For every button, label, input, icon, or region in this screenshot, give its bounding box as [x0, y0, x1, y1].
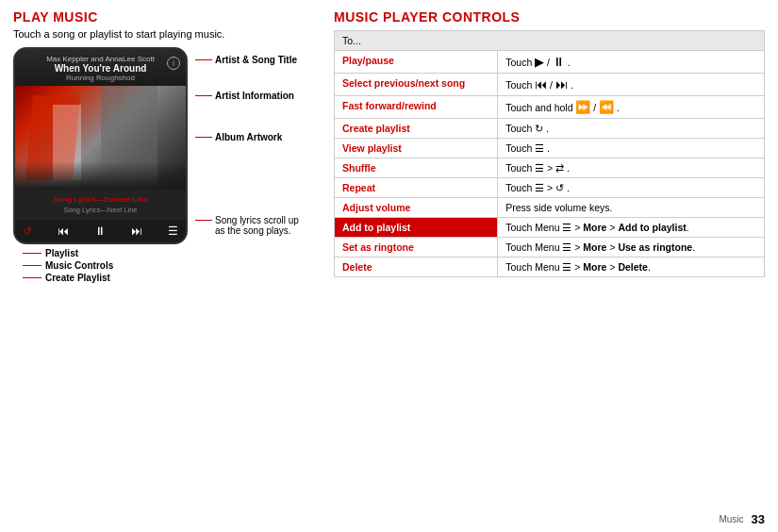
action-cell-playpause: Play/pause [335, 51, 498, 74]
connector-line-4 [195, 220, 212, 221]
connector-line-3 [195, 137, 212, 138]
annotation-lyrics-label: Song lyrics scroll upas the song plays. [215, 215, 299, 236]
album-art [15, 86, 186, 190]
song-info-bar: Max Keppler and AnnaLee Scott When You'r… [15, 49, 186, 86]
table-header-cell: To... [335, 31, 765, 51]
instruction-cell-viewpl: Touch ☰ . [498, 139, 765, 158]
instruction-cell-createpl: Touch ↻ . [498, 119, 765, 139]
table-row: Repeat Touch ☰ > ↺ . [335, 178, 765, 198]
table-row: Play/pause Touch ▶ / ⏸ . [335, 51, 765, 74]
art-overlay [15, 161, 186, 190]
song-title: When You're Around [23, 63, 178, 74]
album-sub: Running Roughshod [23, 74, 178, 82]
footer-label: Music [719, 514, 743, 524]
phone-screen: Max Keppler and AnnaLee Scott When You'r… [15, 49, 186, 242]
right-section-title: MUSIC PLAYER CONTROLS [334, 9, 765, 25]
pause-btn[interactable]: ⏸ [94, 224, 106, 238]
table-row: Delete Touch Menu ☰ > More > Delete. [335, 258, 765, 277]
info-icon[interactable]: i [167, 57, 180, 70]
action-cell-delete: Delete [335, 258, 498, 277]
left-section: PLAY MUSIC Touch a song or playlist to s… [13, 9, 315, 508]
annotations-wrapper: Artist & Song Title Artist Information A… [195, 47, 315, 244]
phone-mockup: Max Keppler and AnnaLee Scott When You'r… [13, 47, 188, 244]
action-cell-createpl: Create playlist [335, 119, 498, 139]
instruction-cell-repeat: Touch ☰ > ↺ . [498, 178, 765, 198]
table-row: View playlist Touch ☰ . [335, 139, 765, 158]
table-row: Select previous/next song Touch ⏮ / ⏭ . [335, 74, 765, 96]
playlist-label: Playlist [45, 248, 78, 258]
instruction-cell-shuffle: Touch ☰ > ⇄ . [498, 158, 765, 178]
table-header-row: To... [335, 31, 765, 51]
action-cell-ffrew: Fast forward/rewind [335, 96, 498, 119]
annotation-artist-song: Artist & Song Title [195, 55, 297, 65]
controls-bar: ↺ ⏮ ⏸ ⏭ ☰ [15, 220, 186, 242]
annotation-album: Album Artwork [195, 132, 282, 142]
playlist-btn[interactable]: ☰ [168, 224, 178, 238]
instruction-cell-ffrew: Touch and hold ⏩ / ⏪ . [498, 96, 765, 119]
instruction-cell-ringtone: Touch Menu ☰ > More > Use as ringtone. [498, 238, 765, 258]
content-area: PLAY MUSIC Touch a song or playlist to s… [13, 9, 765, 508]
music-controls-label: Music Controls [45, 260, 113, 271]
annotation-lyrics: Song lyrics scroll upas the song plays. [195, 215, 299, 236]
create-playlist-label-row: Create Playlist [23, 273, 315, 283]
instruction-cell-prevnext: Touch ⏮ / ⏭ . [498, 74, 765, 96]
table-row: Create playlist Touch ↻ . [335, 119, 765, 139]
next-btn[interactable]: ⏭ [131, 224, 142, 238]
repeat-btn[interactable]: ↺ [23, 224, 32, 238]
instruction-cell-playpause: Touch ▶ / ⏸ . [498, 51, 765, 74]
artist-name: Max Keppler and AnnaLee Scott [23, 55, 178, 63]
prev-btn[interactable]: ⏮ [58, 224, 69, 238]
lyrics-section: Song Lyrics—Current Line Song Lyrics—Nex… [15, 190, 186, 220]
instruction-cell-volume: Press side volume keys. [498, 198, 765, 218]
annotation-album-label: Album Artwork [215, 132, 282, 142]
action-cell-addtopl: Add to playlist [335, 218, 498, 238]
table-row: Shuffle Touch ☰ > ⇄ . [335, 158, 765, 178]
table-row-highlighted: Add to playlist Touch Menu ☰ > More > Ad… [335, 218, 765, 238]
lyrics-next: Song Lyrics—Next Line [23, 206, 178, 214]
page-footer: Music 33 [13, 508, 765, 526]
table-row: Adjust volume Press side volume keys. [335, 198, 765, 218]
annotation-artist-info-label: Artist Information [215, 91, 294, 101]
create-playlist-label: Create Playlist [45, 273, 110, 283]
action-cell-repeat: Repeat [335, 178, 498, 198]
table-row: Set as ringtone Touch Menu ☰ > More > Us… [335, 238, 765, 258]
red-line-playlist [23, 253, 41, 254]
connector-line-2 [195, 95, 212, 96]
annotation-artist-label: Artist & Song Title [215, 55, 297, 65]
left-section-subtitle: Touch a song or playlist to start playin… [13, 28, 315, 40]
action-cell-viewpl: View playlist [335, 139, 498, 158]
action-cell-shuffle: Shuffle [335, 158, 498, 178]
instruction-cell-delete: Touch Menu ☰ > More > Delete. [498, 258, 765, 277]
action-cell-prevnext: Select previous/next song [335, 74, 498, 96]
red-line-music-controls [23, 265, 41, 266]
table-row: Fast forward/rewind Touch and hold ⏩ / ⏪… [335, 96, 765, 119]
page: PLAY MUSIC Touch a song or playlist to s… [0, 0, 778, 532]
annotation-artist-info: Artist Information [195, 91, 294, 101]
right-section: MUSIC PLAYER CONTROLS To... Play/pause T… [334, 9, 765, 508]
controls-table: To... Play/pause Touch ▶ / ⏸ . Select pr… [334, 30, 765, 277]
playlist-label-row: Playlist [23, 248, 315, 258]
instruction-cell-addtopl: Touch Menu ☰ > More > Add to playlist. [498, 218, 765, 238]
music-controls-label-row: Music Controls [23, 260, 315, 271]
action-cell-volume: Adjust volume [335, 198, 498, 218]
phone-body: Max Keppler and AnnaLee Scott When You'r… [13, 47, 188, 244]
left-section-title: PLAY MUSIC [13, 9, 315, 25]
action-cell-ringtone: Set as ringtone [335, 238, 498, 258]
lyrics-label: Song Lyrics—Current Line [23, 195, 178, 204]
footer-page-number: 33 [752, 512, 765, 526]
bottom-labels-area: Playlist Music Controls Create Playlist [23, 248, 315, 283]
red-line-create-playlist [23, 277, 41, 278]
connector-line-1 [195, 59, 212, 60]
